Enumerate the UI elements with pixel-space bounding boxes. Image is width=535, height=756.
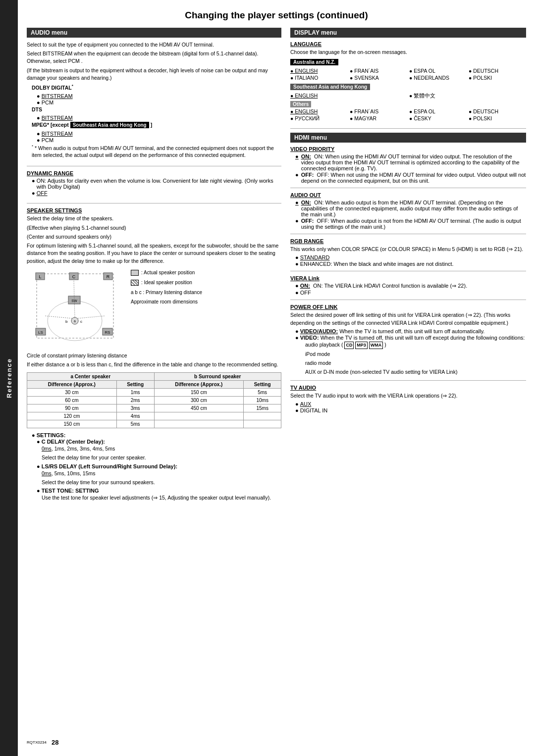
dts-items: ● BITSTREAM bbox=[37, 115, 281, 121]
dynamic-range-off: ● OFF bbox=[32, 190, 281, 196]
lang-svenska-anz: ● SVENSKA bbox=[350, 75, 407, 81]
diagram-legend: : Actual speaker position : Ideal speake… bbox=[131, 269, 202, 306]
tv-audio-desc: Select the TV audio input to work with t… bbox=[290, 392, 526, 400]
speaker-settings-header: SPEAKER SETTINGS bbox=[27, 207, 281, 213]
video-priority-on: ● ON: ON: When using the HDMI AV OUT ter… bbox=[295, 153, 526, 171]
ls-rs-item: ● LS/RS DELAY (Left Surround/Right Surro… bbox=[37, 463, 281, 469]
audio-bitstream-note: Select BITSTREAM when the equipment can … bbox=[27, 50, 281, 65]
legend-ideal: : Ideal speaker position bbox=[131, 279, 202, 287]
viera-on: ● ON: ON: The VIERA Link HDAVI Control f… bbox=[295, 283, 526, 289]
radio-mode: radio mode bbox=[305, 359, 526, 367]
dts-label: DTS bbox=[32, 106, 281, 113]
lang-polski-others: ● POLSKI bbox=[469, 115, 526, 121]
dolby-items: ● BITSTREAM ● PCM bbox=[37, 93, 281, 105]
lang-nederlands-anz: ● NEDERLANDS bbox=[409, 75, 467, 81]
table-row: 60 cm 2ms 300 cm 10ms bbox=[27, 397, 281, 404]
svg-text:C: C bbox=[72, 274, 76, 279]
viera-off: ● OFF bbox=[295, 290, 526, 296]
c-delay-item: ● C DELAY (Center Delay): bbox=[37, 439, 281, 445]
dynamic-range-header: DYNAMIC RANGE bbox=[27, 170, 281, 176]
speaker-delay-table: a Center speaker b Surround speaker Diff… bbox=[27, 372, 281, 428]
col1-header: a Center speaker bbox=[27, 373, 155, 381]
lang-cesky-others: ● ČESKY bbox=[409, 115, 467, 121]
sub-header-1: Difference (Approx.) bbox=[27, 381, 117, 389]
svg-line-18 bbox=[78, 316, 105, 318]
table-row: 120 cm 4ms bbox=[27, 412, 281, 420]
mpeg-items: ● BITSTREAM ● PCM bbox=[37, 131, 281, 143]
page-title: Changing the player settings (continued) bbox=[27, 10, 526, 21]
divider-6 bbox=[290, 271, 526, 271]
australia-nz-block: Australia and N.Z. ● ENGLISH ● FRAN´AIS … bbox=[290, 57, 526, 81]
video-priority-header: VIDEO PRIORITY bbox=[290, 146, 526, 152]
lang-english-anz: ● ENGLISH bbox=[290, 68, 348, 74]
table-row: 90 cm 3ms 450 cm 15ms bbox=[27, 404, 281, 412]
dolby-label: DOLBY DIGITAL* bbox=[32, 83, 281, 92]
tv-audio-aux: ● AUX bbox=[295, 401, 526, 407]
rotx-label: RQTX0234 bbox=[27, 740, 47, 745]
ipod-mode: iPod mode bbox=[305, 351, 526, 358]
delay-table: a Center speaker b Surround speaker Diff… bbox=[27, 372, 281, 428]
svg-text:b: b bbox=[65, 319, 68, 324]
ls-rs-desc: Select the delay time for your surround … bbox=[42, 479, 281, 486]
others-label: Others bbox=[290, 101, 311, 107]
legend-primary: a b c : Primary listening distance bbox=[131, 289, 202, 297]
speaker-svg: L C R SW a bbox=[27, 269, 126, 348]
c-delay-section: ● C DELAY (Center Delay): 0ms, 0ms, 1ms,… bbox=[37, 439, 281, 502]
right-column: DISPLAY menu LANGUAGE Choose the languag… bbox=[290, 28, 526, 734]
others-block: Others ● ENGLISH ● FRAN´AIS ● ESPA OL ● … bbox=[290, 101, 526, 121]
sea-hk-label: Southeast Asia and Hong Kong bbox=[290, 84, 370, 90]
sub-header-2: Setting bbox=[116, 381, 154, 389]
audio-noise-note: (If the bitstream is output to the equip… bbox=[27, 67, 281, 82]
lang-espanol-others: ● ESPA OL bbox=[409, 108, 467, 114]
page-container: Reference Changing the player settings (… bbox=[0, 0, 535, 756]
rgb-standard: ● STANDARD bbox=[295, 254, 526, 260]
audio-out-off: ● OFF: OFF: When audio output is not fro… bbox=[295, 218, 526, 230]
svg-line-17 bbox=[45, 316, 72, 318]
hdmi-menu-header: HDMI menu bbox=[290, 133, 526, 143]
others-languages: ● ENGLISH ● FRAN´AIS ● ESPA OL ● DEUTSCH… bbox=[290, 108, 526, 121]
c-delay-desc: Select the delay time for your center sp… bbox=[42, 454, 281, 461]
power-off-desc: Select the desired power off link settin… bbox=[290, 311, 526, 326]
legend-approx: Approximate room dimensions bbox=[131, 298, 202, 306]
svg-text:c: c bbox=[80, 319, 82, 324]
divider-7 bbox=[290, 300, 526, 300]
lang-polski-anz: ● POLSKI bbox=[469, 75, 526, 81]
lang-english-seahk: ● ENGLISH bbox=[290, 93, 407, 100]
mpeg-item-bitstream: ● BITSTREAM bbox=[37, 131, 281, 137]
mpeg-footnote: * * When audio is output from HDMI AV OU… bbox=[32, 144, 281, 159]
lang-italiano-anz: ● ITALIANO bbox=[290, 75, 348, 81]
video-item: ● VIDEO: When the TV is turned off, this… bbox=[295, 335, 526, 341]
speaker-diagram: L C R SW a bbox=[27, 269, 281, 348]
dynamic-range-on: ● ON: Adjusts for clarity even when the … bbox=[32, 178, 281, 190]
divider-8 bbox=[290, 380, 526, 381]
mp3-icon: MP3 bbox=[355, 342, 368, 349]
c-delay-values: 0ms, 0ms, 1ms, 2ms, 3ms, 4ms, 5ms1ms, 2m… bbox=[42, 445, 281, 453]
sidebar: Reference bbox=[0, 0, 18, 756]
dolby-item-pcm: ● PCM bbox=[37, 100, 281, 105]
rgb-enhanced: ● ENHANCED: When the black and white ima… bbox=[295, 261, 526, 267]
left-column: AUDIO menu Select to suit the type of eq… bbox=[27, 28, 281, 734]
divider-5 bbox=[290, 234, 526, 234]
speaker-intro2: (Effective when playing 5.1-channel soun… bbox=[27, 224, 281, 232]
lang-espanol-anz: ● ESPA OL bbox=[409, 68, 467, 74]
divider-3 bbox=[290, 128, 526, 129]
main-content: Changing the player settings (continued)… bbox=[18, 0, 535, 756]
lang-russian-others: ● РУССКИЙ bbox=[290, 115, 348, 121]
dolby-section: DOLBY DIGITAL* ● BITSTREAM ● PCM bbox=[32, 83, 281, 143]
legend-actual: : Actual speaker position bbox=[131, 269, 202, 277]
dts-item-bitstream: ● BITSTREAM bbox=[37, 115, 281, 121]
svg-text:LS: LS bbox=[38, 330, 43, 335]
test-tone-desc: Use the test tone for speaker level adju… bbox=[42, 494, 281, 502]
rgb-range-desc: This works only when COLOR SPACE (or COL… bbox=[290, 246, 526, 253]
page-number: 28 bbox=[52, 739, 58, 746]
lang-english-others: ● ENGLISH bbox=[290, 108, 348, 114]
tv-audio-digital-in: ● DIGITAL IN bbox=[295, 407, 526, 413]
sidebar-label: Reference bbox=[5, 358, 13, 398]
svg-rect-0 bbox=[37, 274, 113, 338]
video-priority-off: ● OFF: OFF: When not using the HDMI AV O… bbox=[295, 172, 526, 184]
audio-out-header: AUDIO OUT bbox=[290, 192, 526, 198]
legend-actual-box bbox=[131, 270, 139, 276]
test-tone-item: ● TEST TONE: SETTING bbox=[37, 488, 281, 494]
distance-text: If either distance a or b is less than c… bbox=[27, 361, 281, 368]
australia-nz-languages: ● ENGLISH ● FRAN´AIS ● ESPA OL ● DEUTSCH… bbox=[290, 68, 526, 81]
